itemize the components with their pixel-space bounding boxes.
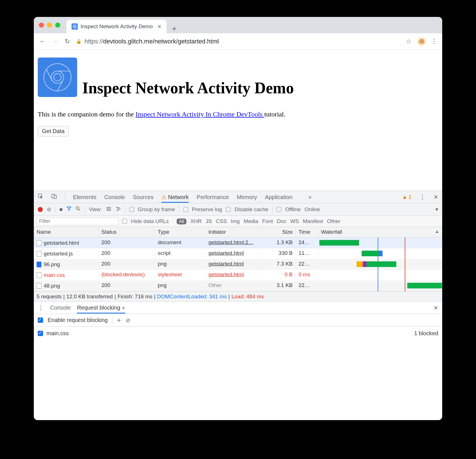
throttling-chevron-icon[interactable]: ▾	[435, 206, 438, 213]
filter-input[interactable]	[37, 217, 118, 225]
warnings-badge[interactable]: ▲ 1	[402, 194, 412, 200]
filter-type-css[interactable]: CSS	[216, 218, 227, 224]
svg-point-4	[54, 74, 61, 81]
devtools-tab-memory[interactable]: Memory	[237, 194, 257, 200]
blocked-pattern-row[interactable]: main.css 1 blocked	[34, 326, 442, 340]
network-summary: 5 requests | 12.0 KB transferred | Finis…	[34, 292, 442, 302]
file-icon	[37, 240, 41, 246]
more-tabs-icon[interactable]: »	[308, 194, 312, 200]
waterfall-cell	[318, 248, 442, 259]
add-pattern-button[interactable]: +	[117, 316, 121, 324]
page-paragraph: This is the companion demo for the Inspe…	[38, 111, 438, 118]
svg-point-0	[73, 25, 76, 28]
table-row[interactable]: 48.png200pngOther3.1 KB22…	[34, 281, 442, 291]
screenshot-icon[interactable]: ■	[59, 206, 63, 213]
forward-button[interactable]: →	[51, 38, 59, 45]
filter-type-doc[interactable]: Doc	[277, 218, 286, 224]
url-bar: ← → ↻ 🔒 https://devtools.glitch.me/netwo…	[34, 33, 442, 50]
offline-checkbox[interactable]	[277, 207, 281, 212]
file-icon	[37, 262, 41, 267]
svg-point-1	[74, 26, 75, 27]
record-button[interactable]	[38, 207, 43, 212]
col-time[interactable]: Time	[296, 227, 318, 237]
pattern-checkbox[interactable]	[38, 331, 43, 336]
col-initiator[interactable]: Initiator	[206, 227, 262, 237]
group-by-frame-checkbox[interactable]	[129, 207, 134, 212]
drawer-tab-request-blocking[interactable]: Request blocking ✕	[77, 304, 125, 314]
col-status[interactable]: Status	[99, 227, 155, 237]
filter-type-other[interactable]: Other	[327, 218, 341, 224]
filter-type-ws[interactable]: WS	[290, 218, 299, 224]
file-icon	[37, 283, 41, 289]
table-header: Name Status Type Initiator Size Time Wat…	[34, 227, 442, 238]
inspect-element-icon[interactable]	[38, 193, 43, 200]
col-size[interactable]: Size	[262, 227, 296, 237]
table-row[interactable]: getstarted.html200documentgetstarted.htm…	[34, 238, 442, 248]
table-row[interactable]: getstarted.js200scriptgetstarted.html330…	[34, 248, 442, 259]
drawer-tab-console[interactable]: Console	[50, 304, 71, 311]
col-name[interactable]: Name	[34, 227, 99, 237]
overview-icon[interactable]	[115, 206, 121, 213]
svg-rect-10	[54, 195, 56, 198]
devtools-menu-button[interactable]: ⋮	[419, 193, 426, 201]
blocked-count: 1 blocked	[414, 330, 438, 337]
browser-tab[interactable]: Inspect Network Activity Demo ✕	[66, 20, 166, 33]
view-label: View:	[89, 206, 102, 213]
waterfall-cell	[318, 259, 442, 270]
enable-request-blocking-checkbox[interactable]	[38, 317, 43, 323]
filter-type-all[interactable]: All	[177, 219, 186, 224]
page-title: Inspect Network Activity Demo	[82, 79, 294, 97]
waterfall-cell	[318, 238, 442, 248]
devtools-tab-console[interactable]: Console	[104, 194, 125, 200]
device-mode-icon[interactable]	[51, 193, 57, 200]
minimize-window-button[interactable]	[47, 23, 52, 28]
close-tab-button[interactable]: ✕	[157, 24, 161, 30]
throttling-dropdown[interactable]: Online	[304, 206, 320, 213]
close-drawer-button[interactable]: ✕	[433, 304, 438, 311]
filter-type-manifest[interactable]: Manifest	[303, 218, 323, 224]
filter-type-js[interactable]: JS	[206, 218, 212, 224]
svg-point-11	[76, 207, 79, 209]
clear-button[interactable]: ⊘	[47, 206, 51, 213]
table-row[interactable]: 96.png200pnggetstarted.html7.3 KB22…	[34, 259, 442, 270]
drawer-menu-button[interactable]: ⋮	[38, 304, 44, 312]
devtools-drawer: ⋮ Console Request blocking ✕ ✕ Enable re…	[34, 302, 442, 420]
bookmark-star-icon[interactable]: ☆	[405, 38, 412, 45]
col-type[interactable]: Type	[155, 227, 206, 237]
devtools-tab-elements[interactable]: Elements	[73, 194, 96, 200]
disable-cache-checkbox[interactable]	[226, 207, 231, 212]
browser-menu-button[interactable]: ⋮	[431, 38, 437, 45]
devtools-tab-performance[interactable]: Performance	[197, 194, 229, 200]
preserve-log-checkbox[interactable]	[183, 207, 188, 212]
devtools-tab-network[interactable]: ⚠ Network	[161, 194, 189, 203]
search-icon[interactable]	[75, 206, 81, 213]
close-drawer-tab-icon[interactable]: ✕	[122, 306, 125, 310]
devtools-tab-sources[interactable]: Sources	[133, 194, 154, 200]
filter-type-media[interactable]: Media	[244, 218, 258, 224]
devtools-tab-application[interactable]: Application	[265, 194, 293, 200]
filter-type-xhr[interactable]: XHR	[190, 218, 202, 224]
new-tab-button[interactable]: +	[172, 24, 177, 33]
maximize-window-button[interactable]	[55, 23, 60, 28]
hide-data-urls-checkbox[interactable]	[122, 219, 127, 224]
address-bar[interactable]: 🔒 https://devtools.glitch.me/network/get…	[76, 38, 400, 45]
tutorial-link[interactable]: Inspect Network Activity In Chrome DevTo…	[135, 111, 264, 118]
clear-patterns-button[interactable]: ⊘	[126, 317, 130, 324]
col-waterfall[interactable]: Waterfall▲	[318, 227, 442, 237]
large-rows-icon[interactable]	[106, 206, 112, 213]
filter-icon[interactable]	[66, 206, 72, 213]
get-data-button[interactable]: Get Data	[38, 126, 69, 136]
close-devtools-button[interactable]: ✕	[433, 194, 438, 200]
back-button[interactable]: ←	[39, 38, 46, 45]
tab-title: Inspect Network Activity Demo	[81, 23, 153, 30]
svg-point-3	[51, 71, 64, 83]
table-row[interactable]: main.css(blocked:devtools)stylesheetgets…	[34, 270, 442, 281]
waterfall-cell	[318, 270, 442, 281]
filter-type-img[interactable]: Img	[231, 218, 240, 224]
close-window-button[interactable]	[39, 23, 44, 28]
profile-avatar[interactable]: 🐵	[417, 37, 426, 46]
reload-button[interactable]: ↻	[64, 38, 71, 45]
filter-type-font[interactable]: Font	[262, 218, 273, 224]
filter-bar: Hide data URLs AllXHRJSCSSImgMediaFontDo…	[34, 216, 442, 227]
page-content: Inspect Network Activity Demo This is th…	[34, 50, 442, 148]
